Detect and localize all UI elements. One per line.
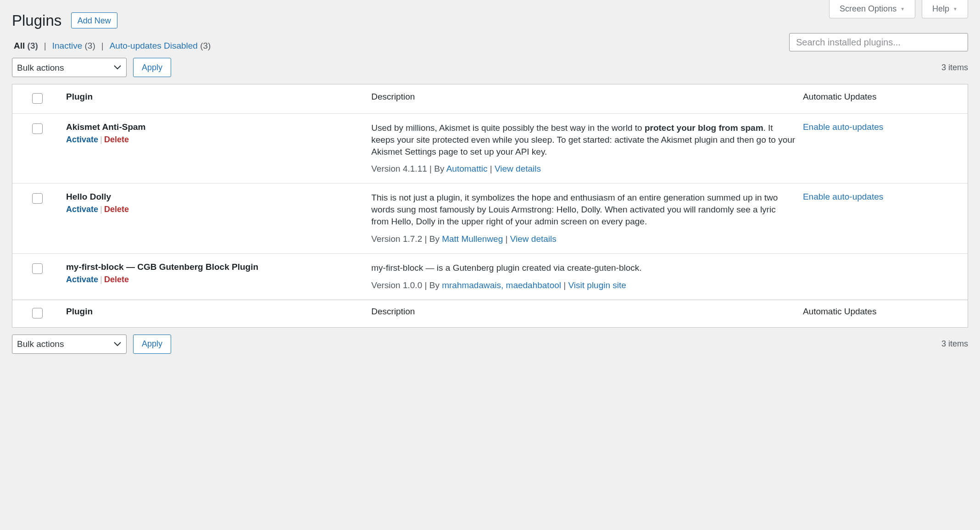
activate-link[interactable]: Activate xyxy=(66,205,98,214)
items-count-bottom: 3 items xyxy=(941,339,968,349)
filter-all[interactable]: All (3) xyxy=(14,41,38,50)
plugins-table: Plugin Description Automatic Updates Aki… xyxy=(12,84,968,328)
apply-bulk-top[interactable]: Apply xyxy=(133,58,171,77)
column-auto-updates[interactable]: Automatic Updates xyxy=(799,84,968,113)
plugin-title: Akismet Anti-Spam xyxy=(66,122,364,132)
bulk-actions-select-bottom[interactable]: Bulk actions xyxy=(12,335,127,354)
plugin-meta: Version 1.0.0 | By mrahmadawais, maedahb… xyxy=(371,280,796,290)
row-actions: Activate|Delete xyxy=(66,205,364,214)
plugin-description: This is not just a plugin, it symbolizes… xyxy=(371,192,796,227)
delete-link[interactable]: Delete xyxy=(104,135,129,144)
table-row: Hello DollyActivate|DeleteThis is not ju… xyxy=(12,183,968,253)
column-plugin[interactable]: Plugin xyxy=(62,84,368,113)
help-label: Help xyxy=(932,4,949,14)
select-all-bottom[interactable] xyxy=(32,308,43,318)
filter-inactive[interactable]: Inactive xyxy=(52,41,85,50)
plugin-checkbox[interactable] xyxy=(32,193,43,204)
add-new-button[interactable]: Add New xyxy=(71,12,117,28)
column-description-foot[interactable]: Description xyxy=(368,300,799,327)
enable-auto-updates-link[interactable]: Enable auto-updates xyxy=(803,192,883,201)
plugin-author-link[interactable]: Automattic xyxy=(446,164,488,173)
plugin-title: my-first-block — CGB Gutenberg Block Plu… xyxy=(66,262,364,272)
view-details-link[interactable]: View details xyxy=(495,164,541,173)
chevron-down-icon: ▼ xyxy=(953,6,958,11)
search-input[interactable] xyxy=(789,33,968,51)
enable-auto-updates-link[interactable]: Enable auto-updates xyxy=(803,122,883,132)
filter-auto-updates-disabled[interactable]: Auto-updates Disabled xyxy=(110,41,200,50)
help-button[interactable]: Help ▼ xyxy=(922,0,968,18)
activate-link[interactable]: Activate xyxy=(66,275,98,284)
select-all-top[interactable] xyxy=(32,93,43,104)
plugin-title: Hello Dolly xyxy=(66,192,364,202)
delete-link[interactable]: Delete xyxy=(104,275,129,284)
screen-options-button[interactable]: Screen Options ▼ xyxy=(829,0,915,18)
table-row: my-first-block — CGB Gutenberg Block Plu… xyxy=(12,253,968,300)
plugin-description: my-first-block — is a Gutenberg plugin c… xyxy=(371,262,796,274)
page-title: Plugins xyxy=(12,12,61,29)
activate-link[interactable]: Activate xyxy=(66,135,98,144)
plugin-description: Used by millions, Akismet is quite possi… xyxy=(371,122,796,157)
items-count-top: 3 items xyxy=(941,63,968,73)
plugin-author-link[interactable]: mrahmadawais, maedahbatool xyxy=(442,280,561,290)
plugin-author-link[interactable]: Matt Mullenweg xyxy=(442,234,503,244)
column-description[interactable]: Description xyxy=(368,84,799,113)
column-auto-updates-foot[interactable]: Automatic Updates xyxy=(799,300,968,327)
plugin-meta: Version 1.7.2 | By Matt Mullenweg | View… xyxy=(371,234,796,244)
screen-options-label: Screen Options xyxy=(840,4,896,14)
column-plugin-foot[interactable]: Plugin xyxy=(62,300,368,327)
row-actions: Activate|Delete xyxy=(66,275,364,285)
plugin-meta: Version 4.1.11 | By Automattic | View de… xyxy=(371,164,796,174)
plugin-checkbox[interactable] xyxy=(32,123,43,134)
view-details-link[interactable]: View details xyxy=(510,234,557,244)
bulk-actions-select-top[interactable]: Bulk actions xyxy=(12,58,127,77)
row-actions: Activate|Delete xyxy=(66,135,364,145)
apply-bulk-bottom[interactable]: Apply xyxy=(133,335,171,354)
visit-site-link[interactable]: Visit plugin site xyxy=(568,280,626,290)
table-row: Akismet Anti-SpamActivate|DeleteUsed by … xyxy=(12,113,968,183)
chevron-down-icon: ▼ xyxy=(900,6,905,11)
plugin-checkbox[interactable] xyxy=(32,263,43,274)
delete-link[interactable]: Delete xyxy=(104,205,129,214)
